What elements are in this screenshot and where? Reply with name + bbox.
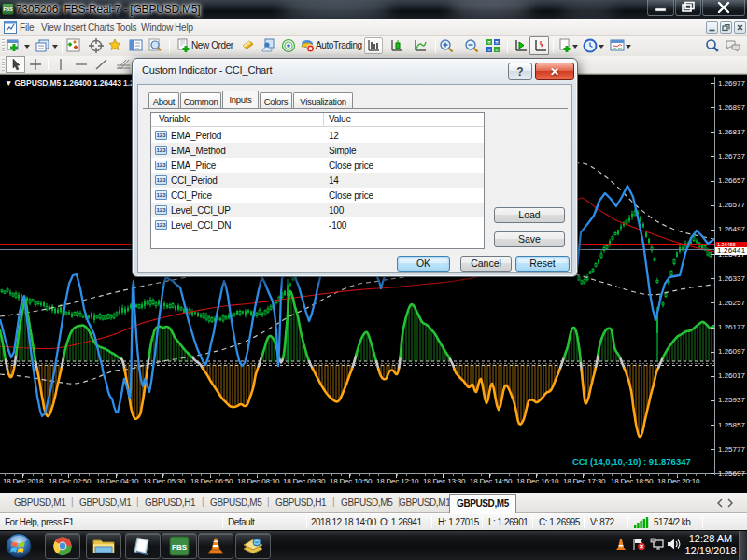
- svg-text:FBS: FBS: [172, 543, 188, 552]
